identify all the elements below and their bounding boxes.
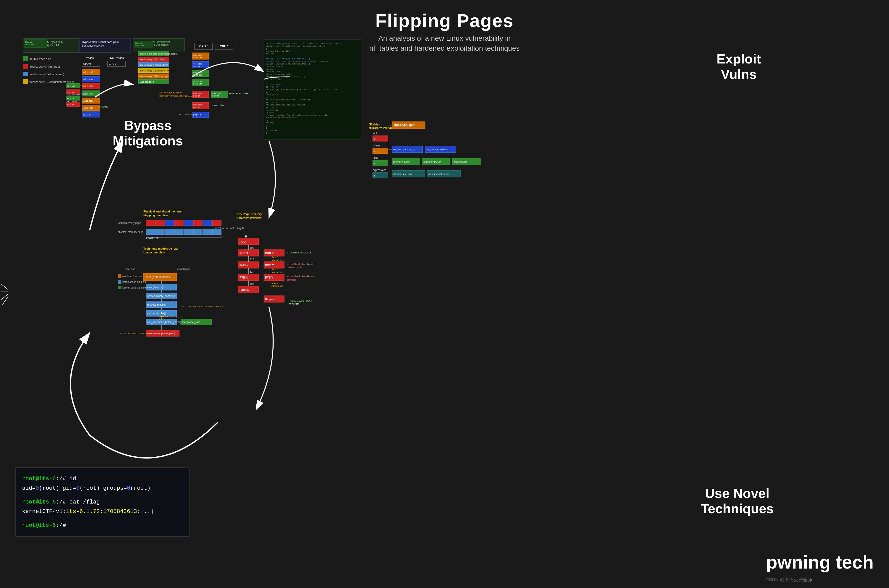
main-title: Flipping Pages — [369, 10, 520, 31]
svg-text:...: ... — [266, 81, 269, 83]
svg-text:nf_hook_slow(struct sk_buff *s: nf_hook_slow(struct sk_buff *skb, struct… — [266, 42, 342, 45]
svg-text:Usage overview: Usage overview — [143, 251, 165, 254]
svg-text:■: ■ — [374, 175, 375, 177]
terminal-line-5: root@lts-6:/# — [22, 520, 183, 530]
svg-text:SLAB 256: SLAB 256 — [193, 82, 203, 85]
svg-text:nft_set_elem(skb,state,s,verdi: nft_set_elem(skb,state,s,verdict); — [266, 104, 308, 106]
svg-text:ADDRESS: ADDRESS — [272, 285, 283, 287]
svg-text:Alloc sbl3: Alloc sbl3 — [193, 92, 202, 94]
svg-text:return(0);: return(0); — [266, 129, 278, 132]
svg-rect-5 — [23, 64, 28, 69]
svg-text:overland function: overland function — [122, 275, 142, 278]
svg-text:expressions: expressions — [372, 169, 386, 171]
exploit-vulns-label: ExploitVulns — [716, 51, 761, 82]
svg-text:PUD Y: PUD Y — [265, 252, 274, 255]
svg-text:double-freed slab: double-freed slab — [30, 57, 51, 60]
svg-text:tables: tables — [372, 132, 380, 135]
svg-text:SLAB 256: SLAB 256 — [135, 45, 144, 47]
svg-rect-57 — [138, 57, 169, 62]
svg-text:case QUEUE:: case QUEUE: — [266, 93, 279, 96]
svg-text:← can't be double allocated: ← can't be double allocated — [287, 263, 315, 266]
svg-text:request_module(): request_module() — [147, 303, 167, 306]
svg-rect-157 — [452, 158, 481, 165]
svg-rect-246 — [264, 274, 284, 280]
svg-text:Page X: Page X — [239, 288, 249, 291]
svg-text:search_binary_handler(): search_binary_handler() — [147, 295, 175, 297]
svg-rect-212 — [181, 319, 212, 325]
svg-text:verdict = nf_hook_entry_hookfn: verdict = nf_hook_entry_hookfn(&e->hooks… — [266, 60, 333, 63]
svg-text:allow port 80/TCP: allow port 80/TCP — [393, 160, 411, 163]
svg-rect-45 — [82, 105, 100, 111]
terminal-decoration — [0, 269, 51, 320]
svg-text:* non conventional verdict.: * non conventional verdict. — [266, 117, 299, 119]
svg-text:freelist entry C (corruption m: freelist entry C (corruption masking) — [30, 80, 74, 84]
svg-rect-155 — [422, 158, 450, 165]
svg-text:ADDRESS: ADDRESS — [272, 271, 283, 274]
svg-rect-181 — [174, 229, 183, 235]
svg-text:PTE X: PTE X — [239, 276, 248, 279]
svg-text:virtual memory page: virtual memory page — [118, 222, 141, 225]
svg-text:CORRUPTED FREELIST →: CORRUPTED FREELIST → — [67, 85, 96, 87]
svg-rect-146 — [392, 146, 423, 153]
svg-text:▼▼▼: ▼▼▼ — [158, 318, 165, 321]
svg-text:Alloc slb: Alloc slb — [135, 42, 143, 44]
svg-text:Bypass: Bypass — [84, 56, 94, 59]
svg-rect-183 — [194, 229, 202, 235]
svg-text:← PMD alloc: ← PMD alloc — [211, 104, 225, 107]
svg-text:PAGESIZE: PAGESIZE — [146, 237, 159, 240]
svg-rect-71 — [215, 43, 233, 50]
svg-text:OVERWRITE IN EXPLOIT: OVERWRITE IN EXPLOIT — [158, 315, 186, 318]
svg-text:Alloc sbl2: Alloc sbl2 — [83, 100, 93, 102]
svg-rect-176 — [212, 220, 221, 226]
svg-text:}: } — [266, 132, 267, 134]
svg-rect-63 — [138, 74, 169, 78]
svg-text:SAME: SAME — [272, 282, 278, 284]
svg-line-275 — [1, 284, 8, 289]
svg-rect-244 — [238, 274, 259, 280]
main-container: Flipping Pages An analysis of a new Linu… — [0, 0, 889, 588]
svg-text:freelist entry B (double free): freelist entry B (double free) — [30, 73, 64, 76]
svg-text:freelist entry A (first free): freelist entry A (first free) — [140, 58, 165, 61]
svg-text:SLAB 256: SLAB 256 — [25, 44, 34, 46]
svg-rect-200 — [143, 273, 177, 280]
svg-text:Fine slb2: Fine slb2 — [67, 85, 75, 87]
svg-text:diff thisist: diff thisist — [287, 279, 297, 281]
svg-text:}: } — [266, 124, 267, 126]
svg-text:Technique modprobe_path: Technique modprobe_path — [143, 247, 180, 250]
svg-text:415: 415 — [250, 258, 254, 261]
novel-techniques-label: Use NovelTechniques — [701, 486, 774, 516]
svg-rect-42 — [67, 102, 80, 106]
bypass-mitigations-label: BypassMitigations — [113, 118, 183, 148]
terminal-line-4: kernelCTF{v1:lts-6.1.72:1705843613:...} — [22, 507, 183, 516]
svg-text:Alloc slb: Alloc slb — [25, 41, 33, 43]
svg-rect-49 — [133, 38, 185, 51]
svg-rect-61 — [138, 68, 169, 73]
svg-text:int ret;: int ret; — [266, 52, 276, 55]
svg-text:case NF_ACCEPT:: case NF_ACCEPT: — [266, 65, 284, 68]
svg-text:pr_err("[+] unexpected sign-ex: pr_err("[+] unexpected sign-extension: [… — [266, 88, 337, 91]
svg-rect-180 — [165, 229, 174, 235]
svg-text:allocate slab with 256 bytes d: allocate slab with 256 bytes data — [26, 41, 63, 44]
svg-text:kernelspace function: kernelspace function — [122, 280, 146, 284]
svg-text:allow port 1/UDP: allow port 1/UDP — [423, 160, 441, 163]
svg-rect-82 — [192, 79, 209, 86]
svg-text:kernelspace: kernelspace — [177, 268, 191, 271]
svg-text:Hierarchy overview: Hierarchy overview — [369, 126, 395, 129]
svg-text:Bypass slab freelist corruptio: Bypass slab freelist corruption — [82, 41, 120, 44]
svg-text:userland: userland — [126, 268, 135, 271]
svg-text:Alloc sbl1: Alloc sbl1 — [193, 63, 202, 65]
svg-text:■: ■ — [374, 150, 375, 153]
svg-text:BUD 1F: BUD 1F — [193, 95, 201, 97]
terminal-line-3: root@lts-6:/# cat /flag — [22, 497, 183, 507]
svg-rect-202 — [146, 284, 177, 290]
svg-text:Page Y: Page Y — [265, 298, 275, 301]
svg-text:CORRUPT FREELIST PTR →: CORRUPT FREELIST PTR → — [159, 95, 191, 97]
svg-text:PMD X: PMD X — [239, 264, 249, 267]
svg-text:Physical and virtual memory: Physical and virtual memory — [143, 210, 182, 213]
svg-rect-224 — [238, 238, 259, 245]
svg-text:WRITE ADDRESS FROM USERLAND →: WRITE ADDRESS FROM USERLAND → — [181, 305, 224, 308]
svg-text:SET PAGE ORDER 0 →: SET PAGE ORDER 0 → — [159, 92, 185, 94]
svg-text:USERLAND: USERLAND — [287, 303, 300, 305]
svg-rect-47 — [82, 112, 100, 117]
svg-rect-184 — [203, 229, 212, 235]
